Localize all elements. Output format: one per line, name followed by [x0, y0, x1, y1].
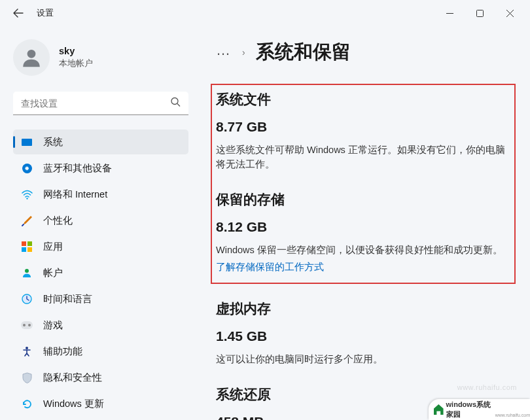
paintbrush-icon [21, 215, 33, 226]
learn-more-link[interactable]: 了解存储保留的工作方式 [216, 261, 510, 273]
svg-rect-0 [476, 10, 483, 16]
sidebar-item-label: 应用 [43, 241, 63, 253]
arrow-left-icon [13, 8, 24, 18]
watermark-text: windows系统家园 [446, 400, 494, 419]
sidebar-item-system[interactable]: 系统 [13, 130, 188, 154]
svg-point-1 [27, 50, 36, 58]
sidebar-item-label: 系统 [43, 136, 63, 149]
sidebar-item-label: 辅助功能 [43, 345, 82, 358]
window-title: 设置 [37, 7, 54, 19]
sidebar-item-bluetooth[interactable]: ⁕ 蓝牙和其他设备 [13, 156, 188, 181]
sidebar-item-personalization[interactable]: 个性化 [13, 208, 188, 233]
window-controls [434, 3, 525, 23]
apps-icon [21, 241, 33, 253]
maximize-icon [476, 10, 484, 17]
wifi-icon [21, 188, 33, 200]
search-input[interactable] [13, 92, 188, 115]
main-content[interactable]: … › 系统和保留 系统文件 8.77 GB 这些系统文件可帮助 Windows… [196, 26, 530, 420]
sidebar-item-label: 个性化 [43, 215, 73, 227]
account-icon [21, 267, 33, 279]
faint-watermark: www.ruhaifu.com [457, 383, 517, 391]
sidebar-item-label: Windows 更新 [43, 398, 104, 410]
titlebar: 设置 [0, 0, 530, 26]
minimize-button[interactable] [434, 3, 465, 23]
sidebar-item-label: 游戏 [43, 319, 63, 332]
profile-subtitle: 本地帐户 [59, 58, 93, 69]
bluetooth-icon: ⁕ [21, 162, 33, 174]
section-desc: Windows 保留一些存储空间，以便设备获得良好性能和成功更新。 [216, 243, 510, 257]
avatar [13, 39, 50, 76]
update-icon [21, 398, 33, 410]
section-virtual-memory: 虚拟内存 1.45 GB 这可以让你的电脑同时运行多个应用。 [216, 300, 510, 366]
section-value: 1.45 GB [216, 328, 510, 344]
sidebar-item-accessibility[interactable]: 辅助功能 [13, 339, 188, 364]
page-title: 系统和保留 [256, 39, 351, 65]
svg-point-4 [25, 269, 29, 273]
breadcrumb: … › 系统和保留 [216, 39, 510, 65]
chevron-right-icon: › [242, 47, 245, 58]
accessibility-icon [21, 345, 33, 357]
sidebar: sky 本地帐户 系统 ⁕ 蓝牙和其他设备 网络和 Internet [0, 26, 196, 420]
highlight-box: 系统文件 8.77 GB 这些系统文件可帮助 Windows 正常运行。如果没有… [211, 84, 516, 284]
search-icon[interactable] [171, 97, 181, 110]
sidebar-item-apps[interactable]: 应用 [13, 234, 188, 259]
profile-block[interactable]: sky 本地帐户 [13, 39, 188, 76]
gamepad-icon [21, 319, 33, 331]
section-desc: 这些系统文件可帮助 Windows 正常运行。如果没有它们，你的电脑将无法工作。 [216, 143, 510, 172]
svg-point-6 [26, 347, 28, 349]
shield-icon [21, 372, 33, 383]
breadcrumb-more[interactable]: … [216, 42, 232, 59]
watermark: windows系统家园 www.ruhaifu.com [429, 399, 530, 420]
sidebar-item-gaming[interactable]: 游戏 [13, 313, 188, 338]
sidebar-item-windows-update[interactable]: Windows 更新 [13, 391, 188, 416]
svg-point-2 [171, 98, 178, 105]
section-title: 系统文件 [216, 90, 510, 109]
person-icon [20, 46, 43, 69]
clock-globe-icon [21, 293, 33, 305]
close-icon [506, 10, 514, 17]
sidebar-item-time-language[interactable]: 时间和语言 [13, 287, 188, 311]
search-box [13, 92, 188, 115]
sidebar-item-label: 隐私和安全性 [43, 372, 102, 384]
sidebar-item-accounts[interactable]: 帐户 [13, 260, 188, 285]
maximize-button[interactable] [465, 3, 495, 23]
system-icon [21, 136, 33, 148]
svg-point-3 [26, 198, 27, 199]
sidebar-item-label: 网络和 Internet [43, 188, 107, 201]
profile-name: sky [59, 46, 93, 56]
sidebar-item-label: 帐户 [43, 267, 63, 279]
sidebar-item-label: 蓝牙和其他设备 [43, 162, 112, 175]
section-system-files: 系统文件 8.77 GB 这些系统文件可帮助 Windows 正常运行。如果没有… [216, 90, 510, 172]
sidebar-item-privacy[interactable]: 隐私和安全性 [13, 365, 188, 390]
house-icon [434, 404, 444, 415]
sidebar-item-label: 时间和语言 [43, 293, 92, 306]
close-button[interactable] [495, 3, 525, 23]
section-value: 8.12 GB [216, 219, 510, 235]
watermark-sub: www.ruhaifu.com [495, 413, 530, 417]
section-value: 8.77 GB [216, 119, 510, 135]
section-title: 虚拟内存 [216, 300, 510, 318]
section-title: 保留的存储 [216, 190, 510, 209]
section-reserved-storage: 保留的存储 8.12 GB Windows 保留一些存储空间，以便设备获得良好性… [216, 190, 510, 273]
section-desc: 这可以让你的电脑同时运行多个应用。 [216, 352, 510, 366]
sidebar-item-network[interactable]: 网络和 Internet [13, 182, 188, 207]
back-button[interactable] [5, 0, 31, 26]
minimize-icon [446, 10, 453, 17]
nav-list: 系统 ⁕ 蓝牙和其他设备 网络和 Internet 个性化 应用 帐户 [13, 130, 188, 416]
